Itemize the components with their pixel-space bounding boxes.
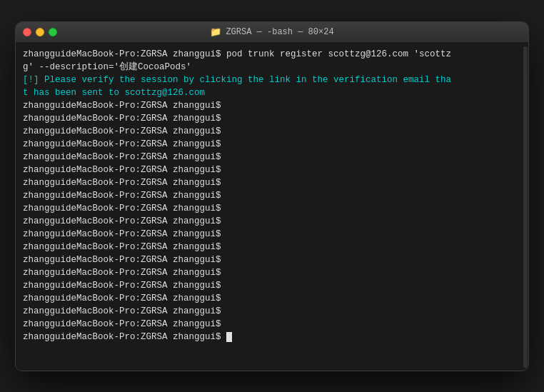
window-title: ZGRSA — -bash — 80×24 (226, 27, 333, 37)
prompt-line: zhangguideMacBook-Pro:ZGRSA zhanggui$ (23, 202, 521, 215)
prompt-line: zhangguideMacBook-Pro:ZGRSA zhanggui$ (23, 228, 521, 241)
prompt-line: zhangguideMacBook-Pro:ZGRSA zhanggui$ (23, 292, 521, 305)
prompt-line: zhangguideMacBook-Pro:ZGRSA zhanggui$ (23, 138, 521, 151)
minimize-button[interactable] (36, 28, 44, 36)
terminal-body[interactable]: zhangguideMacBook-Pro:ZGRSA zhanggui$ po… (16, 42, 528, 371)
scrollbar[interactable] (523, 46, 528, 368)
prompt-line: zhangguideMacBook-Pro:ZGRSA zhanggui$ (23, 99, 521, 112)
prompt-line: zhangguideMacBook-Pro:ZGRSA zhanggui$ (23, 215, 521, 228)
prompt-line: zhangguideMacBook-Pro:ZGRSA zhanggui$ (23, 305, 521, 318)
terminal-window: 📁 ZGRSA — -bash — 80×24 zhangguideMacBoo… (15, 21, 529, 371)
prompt-line: zhangguideMacBook-Pro:ZGRSA zhanggui$ (23, 151, 521, 164)
close-button[interactable] (23, 28, 31, 36)
command-line-2: g' --description='创建CocoaPods' (23, 61, 521, 74)
folder-icon: 📁 (210, 26, 221, 38)
maximize-button[interactable] (49, 28, 57, 36)
titlebar: 📁 ZGRSA — -bash — 80×24 (16, 22, 528, 42)
alert-line-1: [!] Please verify the session by clickin… (23, 74, 521, 86)
prompt-line: zhangguideMacBook-Pro:ZGRSA zhanggui$ (23, 189, 521, 202)
prompt-line: zhangguideMacBook-Pro:ZGRSA zhanggui$ (23, 318, 521, 331)
alert-line-2: t has been sent to scottzg@126.com (23, 86, 521, 99)
prompt-line: zhangguideMacBook-Pro:ZGRSA zhanggui$ (23, 279, 521, 292)
cursor (226, 332, 232, 342)
prompt-line: zhangguideMacBook-Pro:ZGRSA zhanggui$ (23, 253, 521, 266)
traffic-lights (23, 28, 57, 36)
prompt-line: zhangguideMacBook-Pro:ZGRSA zhanggui$ (23, 331, 521, 343)
prompt-line: zhangguideMacBook-Pro:ZGRSA zhanggui$ (23, 241, 521, 253)
empty-prompts: zhangguideMacBook-Pro:ZGRSA zhanggui$ zh… (23, 99, 521, 343)
prompt-line: zhangguideMacBook-Pro:ZGRSA zhanggui$ (23, 266, 521, 279)
prompt-line: zhangguideMacBook-Pro:ZGRSA zhanggui$ (23, 176, 521, 189)
window-title-area: 📁 ZGRSA — -bash — 80×24 (210, 26, 333, 38)
prompt-line: zhangguideMacBook-Pro:ZGRSA zhanggui$ (23, 125, 521, 138)
prompt-line: zhangguideMacBook-Pro:ZGRSA zhanggui$ (23, 112, 521, 125)
prompt-line: zhangguideMacBook-Pro:ZGRSA zhanggui$ (23, 164, 521, 176)
command-line-1: zhangguideMacBook-Pro:ZGRSA zhanggui$ po… (23, 48, 521, 61)
